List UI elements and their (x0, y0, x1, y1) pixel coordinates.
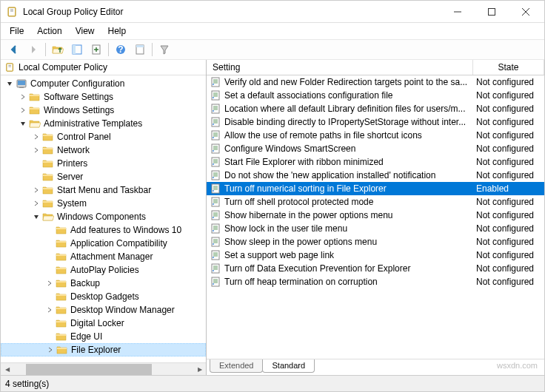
tree-node[interactable]: Desktop Window Manager (1, 303, 206, 317)
tab-extended[interactable]: Extended (210, 359, 263, 373)
menu-help[interactable]: Help (102, 24, 133, 38)
expand-icon[interactable] (44, 344, 56, 356)
list-body[interactable]: Verify old and new Folder Redirection ta… (207, 75, 544, 359)
tree-body[interactable]: Computer ConfigurationSoftware SettingsW… (1, 75, 206, 362)
tree-node[interactable]: Windows Settings (1, 104, 206, 117)
tree-node[interactable]: Backup (1, 277, 206, 290)
tree-node[interactable]: File Explorer (1, 343, 206, 356)
show-tree-button[interactable] (68, 41, 86, 58)
expand-icon[interactable] (30, 131, 42, 143)
folder-icon (42, 158, 54, 169)
tree-node[interactable]: Computer Configuration (1, 77, 206, 90)
svg-text:?: ? (118, 44, 123, 55)
properties-button[interactable] (131, 41, 149, 58)
menu-view[interactable]: View (70, 24, 101, 38)
minimize-button[interactable] (441, 1, 475, 23)
policy-icon (210, 183, 221, 195)
scroll-thumb[interactable] (26, 364, 152, 375)
list-row[interactable]: Set a default associations configuration… (207, 89, 544, 102)
tree-node[interactable]: Printers (1, 157, 206, 170)
list-row[interactable]: Turn off heap termination on corruptionN… (207, 275, 544, 288)
tab-standard[interactable]: Standard (262, 359, 315, 373)
tree-node[interactable]: Attachment Manager (1, 250, 206, 263)
list-row[interactable]: Turn off numerical sorting in File Explo… (207, 182, 544, 195)
column-setting[interactable]: Setting (207, 60, 473, 75)
tree-node-label: Computer Configuration (30, 78, 124, 89)
list-row[interactable]: Set a support web page linkNot configure… (207, 249, 544, 262)
collapse-icon[interactable] (17, 118, 29, 129)
collapse-icon[interactable] (4, 78, 16, 89)
setting-label: Set a support web page link (224, 250, 334, 260)
tree-node[interactable]: Desktop Gadgets (1, 290, 206, 303)
tree-node-label: Desktop Window Manager (70, 305, 175, 315)
list-row[interactable]: Start File Explorer with ribbon minimize… (207, 155, 544, 169)
policy-icon (210, 129, 221, 141)
expand-icon[interactable] (44, 277, 56, 289)
tree-node[interactable]: Edge UI (1, 330, 206, 343)
list-row[interactable]: Configure Windows SmartScreenNot configu… (207, 142, 544, 155)
close-button[interactable] (509, 1, 543, 23)
collapse-icon[interactable] (30, 211, 42, 223)
policy-icon (210, 236, 221, 248)
book-icon (5, 62, 16, 72)
tree-node[interactable]: Start Menu and Taskbar (1, 183, 206, 197)
export-button[interactable] (87, 41, 105, 58)
tree-node-label: Start Menu and Taskbar (57, 185, 151, 195)
menu-file[interactable]: File (4, 24, 30, 38)
tree-node[interactable]: Application Compatibility (1, 237, 206, 250)
policy-icon (210, 89, 221, 101)
column-state[interactable]: State (473, 60, 544, 75)
list-row[interactable]: Show sleep in the power options menuNot … (207, 235, 544, 249)
expand-icon[interactable] (30, 144, 42, 156)
back-button[interactable] (5, 41, 23, 58)
tree-node[interactable]: System (1, 197, 206, 210)
list-row[interactable]: Turn off shell protocol protected modeNo… (207, 195, 544, 209)
tree-node[interactable]: AutoPlay Policies (1, 263, 206, 277)
state-label: Enabled (473, 183, 544, 194)
tree-node[interactable]: Network (1, 143, 206, 157)
policy-icon (210, 276, 221, 288)
tree-node[interactable]: Digital Locker (1, 317, 206, 330)
expand-icon[interactable] (44, 304, 56, 316)
expand-icon[interactable] (30, 184, 42, 196)
list-row[interactable]: Do not show the 'new application install… (207, 169, 544, 182)
filter-button[interactable] (156, 41, 173, 58)
setting-label: Set a default associations configuration… (224, 90, 392, 101)
list-row[interactable]: Turn off Data Execution Prevention for E… (207, 262, 544, 275)
expand-icon[interactable] (17, 104, 29, 116)
tree-node[interactable]: Administrative Templates (1, 117, 206, 130)
folder-icon (56, 291, 67, 303)
tree-node[interactable]: Windows Components (1, 210, 206, 223)
tree-root-label: Local Computer Policy (19, 62, 107, 72)
list-row[interactable]: Location where all default Library defin… (207, 102, 544, 115)
expander-none (44, 291, 56, 303)
state-label: Not configured (473, 197, 544, 207)
policy-icon (210, 249, 221, 261)
list-row[interactable]: Show hibernate in the power options menu… (207, 209, 544, 222)
setting-label: Start File Explorer with ribbon minimize… (224, 157, 384, 167)
horizontal-scrollbar[interactable]: ◀ ▶ (1, 362, 206, 375)
tree-node[interactable]: Add features to Windows 10 (1, 223, 206, 237)
folder-up-button[interactable] (49, 41, 67, 58)
policy-icon (210, 103, 221, 115)
list-row[interactable]: Verify old and new Folder Redirection ta… (207, 75, 544, 89)
tree-node[interactable]: Software Settings (1, 90, 206, 104)
expand-icon[interactable] (30, 197, 42, 209)
tree-node[interactable]: Server (1, 170, 206, 183)
state-label: Not configured (473, 263, 544, 274)
svg-rect-17 (73, 45, 76, 54)
expand-icon[interactable] (17, 91, 29, 103)
tree-node[interactable]: Control Panel (1, 130, 206, 143)
folder-icon (56, 277, 67, 289)
forward-button[interactable] (24, 41, 42, 58)
expander-none (30, 158, 42, 169)
list-row[interactable]: Show lock in the user tile menuNot confi… (207, 222, 544, 235)
help-button[interactable]: ? (112, 41, 130, 58)
menu-action[interactable]: Action (31, 24, 67, 38)
folder-icon (56, 344, 68, 356)
scroll-right-button[interactable]: ▶ (193, 363, 206, 376)
list-row[interactable]: Disable binding directly to IPropertySet… (207, 115, 544, 129)
scroll-left-button[interactable]: ◀ (1, 363, 13, 376)
list-row[interactable]: Allow the use of remote paths in file sh… (207, 129, 544, 142)
maximize-button[interactable] (475, 1, 509, 23)
